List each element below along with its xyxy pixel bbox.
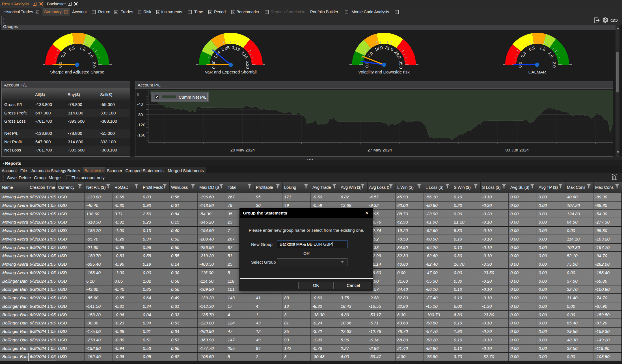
svg-text:3.12: 3.12 — [231, 45, 241, 52]
svg-text:0.4: 0.4 — [60, 51, 67, 58]
svg-text:1.2: 1.2 — [539, 45, 546, 52]
svg-text:21.0: 21.0 — [385, 45, 394, 52]
svg-text:1.6: 1.6 — [547, 51, 555, 58]
svg-text:1.2: 1.2 — [79, 45, 86, 52]
svg-text:7.0: 7.0 — [366, 51, 374, 58]
svg-text:2.0: 2.0 — [552, 62, 557, 68]
svg-text:0.8: 0.8 — [68, 45, 75, 52]
svg-text:1.6: 1.6 — [87, 51, 95, 58]
svg-text:2.08: 2.08 — [221, 45, 230, 52]
svg-text:0.8: 0.8 — [528, 45, 535, 52]
svg-text:0.4: 0.4 — [520, 51, 527, 58]
svg-text:5.20: 5.20 — [245, 60, 250, 69]
svg-text:14.0: 14.0 — [374, 45, 383, 52]
svg-text:2.0: 2.0 — [92, 62, 97, 68]
svg-text:35.0: 35.0 — [399, 60, 403, 69]
